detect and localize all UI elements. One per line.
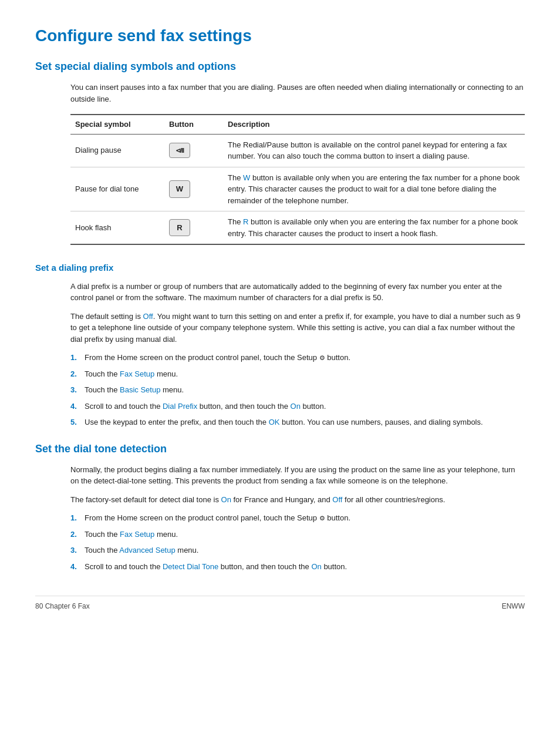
section3-para2: The factory-set default for detect dial … [70,494,525,506]
list-item: 3.Touch the Basic Setup menu. [70,384,525,396]
symbol-description: The Redial/Pause button is available on … [223,134,525,167]
step-number: 4. [70,401,85,412]
symbol-name: Dialing pause [70,134,164,167]
symbol-button: ⊲/II [164,134,223,167]
list-item: 5.Use the keypad to enter the prefix, an… [70,416,525,428]
section2-heading: Set a dialing prefix [35,261,525,275]
list-item: 4.Scroll to and touch the Dial Prefix bu… [70,401,525,412]
list-item: 2.Touch the Fax Setup menu. [70,529,525,540]
fax-setup-link: Fax Setup [120,369,154,378]
ok-link: OK [269,418,280,426]
step-text: Scroll to and touch the Detect Dial Tone… [85,561,347,573]
button-image: R [169,219,190,237]
table-row: Dialing pause⊲/IIThe Redial/Pause button… [70,134,525,167]
col-header-symbol: Special symbol [70,115,164,134]
table-row: Hook flashRThe R button is available onl… [70,211,525,245]
symbol-description: The W button is available only when you … [223,167,525,211]
step-number: 1. [70,512,85,524]
step-text: Use the keypad to enter the prefix, and … [85,416,483,428]
section3-on-link: On [221,495,231,504]
page-title: Configure send fax settings [35,23,525,48]
footer-right: ENWW [502,601,525,611]
step-text: Touch the Advanced Setup menu. [85,545,198,556]
on-link2: On [311,562,321,571]
step-text: From the Home screen on the product cont… [85,512,350,524]
page-footer: 80 Chapter 6 Fax ENWW [35,596,525,611]
list-item: 3.Touch the Advanced Setup menu. [70,545,525,556]
section2-off-link: Off [143,312,153,321]
step-text: Touch the Fax Setup menu. [85,529,178,540]
step-text: Scroll to and touch the Dial Prefix butt… [85,401,326,412]
step-number: 3. [70,545,85,556]
symbol-description: The R button is available only when you … [223,211,525,245]
advanced-setup-link: Advanced Setup [119,546,175,555]
step-number: 2. [70,368,85,380]
step-number: 4. [70,561,85,573]
w-link: W [243,173,250,182]
button-image: W [169,180,190,198]
section3-para1: Normally, the product begins dialing a f… [70,464,525,487]
section1-intro: You can insert pauses into a fax number … [70,82,525,105]
symbol-button: W [164,167,223,211]
special-symbol-table: Special symbol Button Description Dialin… [70,114,525,245]
on-link: On [291,402,301,411]
section2-steps: 1.From the Home screen on the product co… [70,352,525,428]
section1-heading: Set special dialing symbols and options [35,59,525,75]
section2-para2: The default setting is Off. You might wa… [70,311,525,345]
list-item: 1.From the Home screen on the product co… [70,512,525,524]
symbol-button: R [164,211,223,245]
col-header-button: Button [164,115,223,134]
section-dial-tone-detection: Set the dial tone detection Normally, th… [35,441,525,573]
list-item: 2.Touch the Fax Setup menu. [70,368,525,380]
symbol-name: Hook flash [70,211,164,245]
basic-setup-link: Basic Setup [120,385,160,394]
section2-para1: A dial prefix is a number or group of nu… [70,281,525,304]
step-text: Touch the Basic Setup menu. [85,384,184,396]
section-special-dialing: Set special dialing symbols and options … [35,59,525,245]
step-number: 1. [70,352,85,364]
button-image: ⊲/II [169,143,190,159]
list-item: 1.From the Home screen on the product co… [70,352,525,364]
table-row: Pause for dial toneWThe W button is avai… [70,167,525,211]
step-text: From the Home screen on the product cont… [85,352,350,364]
fax-setup-link2: Fax Setup [120,530,154,539]
list-item: 4.Scroll to and touch the Detect Dial To… [70,561,525,573]
dial-prefix-link: Dial Prefix [163,402,197,411]
r-link: R [243,217,248,226]
step-number: 2. [70,529,85,540]
section-dialing-prefix: Set a dialing prefix A dial prefix is a … [35,261,525,428]
step-text: Touch the Fax Setup menu. [85,368,178,380]
footer-left: 80 Chapter 6 Fax [35,601,90,611]
section3-off-link: Off [332,495,342,504]
step-number: 5. [70,416,85,428]
section3-heading: Set the dial tone detection [35,441,525,457]
col-header-desc: Description [223,115,525,134]
detect-dial-tone-link: Detect Dial Tone [163,562,218,571]
step-number: 3. [70,384,85,396]
section3-steps: 1.From the Home screen on the product co… [70,512,525,572]
symbol-name: Pause for dial tone [70,167,164,211]
